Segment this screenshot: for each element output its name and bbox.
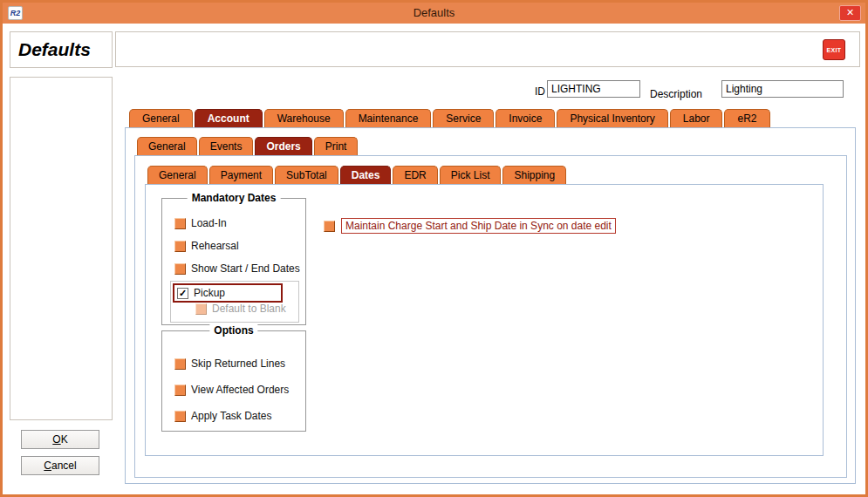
level3-tab-shipping[interactable]: Shipping bbox=[502, 166, 566, 184]
checkbox-rehearsal-label: Rehearsal bbox=[191, 240, 239, 252]
level3-tab-edr[interactable]: EDR bbox=[393, 166, 437, 184]
level1-tab-warehouse[interactable]: Warehouse bbox=[264, 109, 344, 127]
level2-tab-general[interactable]: General bbox=[137, 137, 197, 155]
checkbox-view-affected-orders[interactable] bbox=[174, 385, 186, 396]
exit-label: EXIT bbox=[827, 47, 842, 53]
checkbox-rehearsal[interactable] bbox=[174, 241, 186, 252]
close-glyph: ✕ bbox=[846, 7, 854, 17]
checkbox-row-apply-task-dates[interactable]: Apply Task Dates bbox=[174, 409, 272, 423]
description-label: Description bbox=[650, 88, 702, 100]
checkbox-row-maintain-sync[interactable]: Maintain Charge Start and Ship Date in S… bbox=[324, 218, 616, 234]
mandatory-dates-title: Mandatory Dates bbox=[188, 192, 281, 204]
checkbox-row-pickup[interactable]: ✓ Pickup bbox=[177, 286, 225, 300]
tab-row-level2: General Events Orders Print bbox=[137, 137, 358, 155]
checkbox-pickup-label: Pickup bbox=[194, 287, 225, 299]
checkbox-maintain-sync[interactable] bbox=[324, 221, 335, 232]
level1-tab-physical-inventory[interactable]: Physical Inventory bbox=[557, 109, 667, 127]
checkbox-show-start-end-dates[interactable] bbox=[174, 263, 186, 275]
titlebar[interactable]: R2 Defaults ✕ bbox=[3, 3, 865, 24]
tab-row-level3: General Payment SubTotal Dates EDR Pick … bbox=[147, 166, 566, 184]
level2-tab-print[interactable]: Print bbox=[314, 137, 359, 155]
ok-underline: O bbox=[52, 433, 60, 446]
pickup-focus-outline: ✓ Pickup bbox=[173, 283, 283, 303]
toolbar: EXIT bbox=[115, 31, 860, 67]
level3-tab-payment[interactable]: Payment bbox=[209, 166, 273, 184]
ok-rest: K bbox=[61, 433, 68, 446]
cancel-underline: C bbox=[44, 460, 51, 472]
level1-tab-general[interactable]: General bbox=[129, 109, 193, 127]
level3-tab-subtotal[interactable]: SubTotal bbox=[275, 166, 338, 184]
level2-tab-orders[interactable]: Orders bbox=[255, 137, 311, 155]
options-title: Options bbox=[209, 324, 257, 337]
exit-button[interactable]: EXIT bbox=[823, 39, 845, 60]
level3-tab-dates[interactable]: Dates bbox=[340, 166, 392, 184]
checkbox-row-show-start-end[interactable]: Show Start / End Dates bbox=[174, 262, 300, 276]
level1-tab-maintenance[interactable]: Maintenance bbox=[345, 109, 432, 127]
page-title: Defaults bbox=[10, 31, 113, 68]
checkbox-row-view-affected-orders[interactable]: View Affected Orders bbox=[174, 383, 289, 397]
checkbox-pickup[interactable]: ✓ bbox=[177, 288, 188, 299]
checkbox-row-skip-returned-lines[interactable]: Skip Returned Lines bbox=[174, 357, 285, 371]
level1-tab-account[interactable]: Account bbox=[195, 109, 263, 127]
checkbox-load-in[interactable] bbox=[174, 218, 186, 229]
id-field[interactable] bbox=[547, 80, 640, 98]
level2-tab-events[interactable]: Events bbox=[199, 137, 254, 155]
mandatory-dates-group: Mandatory Dates Load-In Rehearsal Show S… bbox=[161, 198, 306, 325]
level1-tab-er2[interactable]: eR2 bbox=[724, 109, 769, 127]
defaults-window: R2 Defaults ✕ Defaults OK Cancel EXIT ID… bbox=[0, 0, 868, 497]
check-mark-icon: ✓ bbox=[179, 288, 187, 298]
checkbox-apply-task-dates-label: Apply Task Dates bbox=[191, 410, 272, 422]
checkbox-row-rehearsal[interactable]: Rehearsal bbox=[174, 239, 239, 253]
checkbox-row-load-in[interactable]: Load-In bbox=[174, 216, 227, 230]
checkbox-apply-task-dates[interactable] bbox=[174, 411, 186, 422]
options-group: Options Skip Returned Lines View Affecte… bbox=[161, 330, 306, 432]
left-list-box[interactable] bbox=[10, 77, 113, 420]
level3-tab-pick-list[interactable]: Pick List bbox=[440, 166, 502, 184]
checkbox-load-in-label: Load-In bbox=[191, 217, 227, 229]
cancel-button[interactable]: Cancel bbox=[21, 456, 99, 475]
checkbox-maintain-sync-label: Maintain Charge Start and Ship Date in S… bbox=[341, 218, 616, 234]
description-field[interactable] bbox=[721, 80, 844, 98]
checkbox-default-to-blank bbox=[195, 303, 207, 315]
level1-tab-service[interactable]: Service bbox=[433, 109, 494, 127]
close-icon[interactable]: ✕ bbox=[839, 5, 861, 21]
checkbox-skip-returned-lines-label: Skip Returned Lines bbox=[191, 357, 285, 370]
level1-tab-labor[interactable]: Labor bbox=[670, 109, 723, 127]
cancel-rest: ancel bbox=[51, 460, 77, 472]
id-label: ID bbox=[535, 85, 545, 98]
ok-button[interactable]: OK bbox=[21, 430, 99, 449]
level1-tab-invoice[interactable]: Invoice bbox=[496, 109, 555, 127]
checkbox-row-default-to-blank: Default to Blank bbox=[195, 302, 286, 316]
checkbox-skip-returned-lines[interactable] bbox=[174, 358, 186, 370]
checkbox-show-start-end-label: Show Start / End Dates bbox=[191, 262, 300, 275]
level3-tab-general[interactable]: General bbox=[147, 166, 208, 184]
checkbox-view-affected-orders-label: View Affected Orders bbox=[191, 384, 289, 396]
checkbox-default-to-blank-label: Default to Blank bbox=[212, 303, 286, 315]
tab-row-level1: General Account Warehouse Maintenance Se… bbox=[129, 109, 770, 127]
window-title: Defaults bbox=[3, 6, 865, 19]
